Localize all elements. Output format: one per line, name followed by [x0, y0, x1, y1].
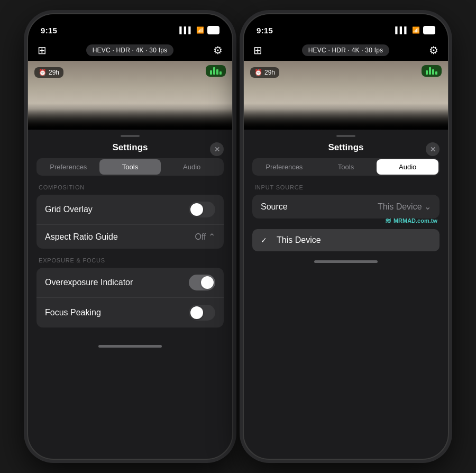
source-dropdown: ✓ This Device — [252, 229, 440, 251]
rec-bars-left — [210, 67, 222, 75]
focus-peaking-knob — [190, 306, 203, 319]
preview-overlay-left — [28, 103, 232, 130]
rec-badge-left — [206, 65, 226, 77]
tab-audio-left[interactable]: Audio — [161, 159, 223, 175]
mrmad-logo: ≋ MRMAD.com.tw — [385, 216, 437, 225]
rec-bar-3-left — [216, 69, 218, 75]
grid-overlay-row: Grid Overlay — [36, 195, 224, 225]
dynamic-island-left — [98, 21, 162, 39]
source-label: Source — [261, 202, 288, 212]
phone-right: 9:15 ▌▌▌ 📶 64 ⊞ HEVC · HDR · 4K · 30 fps… — [243, 13, 449, 460]
focus-peaking-label: Focus Peaking — [45, 308, 101, 317]
clock-icon-left: ⏰ — [39, 69, 47, 76]
rec-bars-right — [426, 67, 437, 75]
rec-bar-2-right — [429, 67, 431, 75]
focus-peaking-toggle[interactable] — [189, 305, 215, 321]
aspect-ratio-label: Aspect Ratio Guide — [45, 232, 118, 242]
sheet-handle-left — [121, 135, 140, 137]
signal-icon-right: ▌▌▌ — [395, 26, 409, 34]
home-indicator-right — [244, 251, 448, 267]
rec-bar-4-right — [435, 71, 437, 75]
format-label-left: HEVC · HDR · 4K · 30 fps — [86, 44, 174, 56]
grid-overlay-knob — [190, 203, 203, 216]
close-button-left[interactable]: ✕ — [210, 142, 224, 156]
tab-tools-right[interactable]: Tools — [315, 159, 377, 175]
camera-grid-icon-left[interactable]: ⊞ — [38, 44, 47, 57]
tab-tools-left[interactable]: Tools — [99, 159, 161, 175]
tab-bar-right: Preferences Tools Audio — [252, 158, 440, 176]
home-bar-right — [314, 260, 378, 263]
settings-sheet-left: Settings ✕ Preferences Tools Audio COMPO… — [28, 130, 232, 352]
settings-title-right: Settings — [328, 142, 363, 153]
section-exposure-label: EXPOSURE & FOCUS — [28, 257, 232, 268]
camera-grid-icon-right[interactable]: ⊞ — [253, 44, 262, 57]
duration-text-left: 29h — [49, 69, 59, 76]
aspect-ratio-value[interactable]: Off ⌃ — [195, 232, 216, 242]
overexposure-row: Overexposure Indicator — [36, 268, 224, 298]
tab-bar-left: Preferences Tools Audio — [36, 158, 224, 176]
home-indicator-left — [28, 336, 232, 352]
preview-overlay-right — [244, 103, 448, 130]
grid-overlay-label: Grid Overlay — [45, 205, 93, 214]
home-bar-left — [98, 345, 162, 348]
mrmad-icon: ≋ — [385, 216, 391, 225]
focus-peaking-row: Focus Peaking — [36, 298, 224, 328]
rec-bar-2-left — [213, 67, 215, 75]
toolbar-left: ⊞ HEVC · HDR · 4K · 30 fps ⚙ — [28, 41, 232, 61]
phones-container: 9:15 ▌▌▌ 📶 64 ⊞ HEVC · HDR · 4K · 30 fps… — [27, 13, 449, 460]
rec-bar-1-right — [426, 70, 428, 75]
overexposure-toggle[interactable] — [189, 275, 215, 290]
wifi-icon-left: 📶 — [196, 26, 204, 34]
check-icon: ✓ — [261, 236, 271, 244]
status-icons-left: ▌▌▌ 📶 64 — [179, 26, 219, 34]
duration-text-right: 29h — [264, 69, 275, 76]
format-label-right: HEVC · HDR · 4K · 30 fps — [302, 44, 390, 56]
overexposure-knob — [201, 276, 214, 289]
rec-bar-4-left — [219, 71, 222, 75]
battery-right: 64 — [423, 26, 435, 34]
section-composition-label: COMPOSITION — [28, 184, 232, 195]
clock-icon-right: ⏰ — [254, 69, 262, 76]
settings-gear-icon-right[interactable]: ⚙ — [429, 44, 438, 57]
duration-badge-right: ⏰ 29h — [250, 67, 279, 78]
dynamic-island-right — [314, 21, 378, 39]
composition-group: Grid Overlay Aspect Ratio Guide Off ⌃ — [36, 195, 224, 249]
phone-left: 9:15 ▌▌▌ 📶 64 ⊞ HEVC · HDR · 4K · 30 fps… — [27, 13, 233, 460]
camera-preview-right: ⏰ 29h — [244, 61, 448, 130]
dropdown-item-this-device[interactable]: ✓ This Device — [252, 229, 440, 251]
settings-gear-icon-left[interactable]: ⚙ — [213, 44, 223, 57]
settings-sheet-right: Settings ✕ Preferences Tools Audio INPUT… — [244, 130, 448, 267]
overexposure-label: Overexposure Indicator — [45, 278, 133, 287]
rec-badge-right — [422, 65, 442, 77]
settings-title-left: Settings — [112, 142, 148, 153]
battery-left: 64 — [207, 26, 219, 34]
dropdown-item-label: This Device — [277, 235, 321, 245]
status-icons-right: ▌▌▌ 📶 64 — [395, 26, 435, 34]
camera-preview-left: ⏰ 29h — [28, 61, 232, 130]
sheet-handle-right — [336, 135, 355, 137]
close-button-right[interactable]: ✕ — [426, 142, 440, 156]
status-time-right: 9:15 — [257, 26, 273, 35]
status-time-left: 9:15 — [41, 26, 57, 35]
source-row: Source This Device ⌄ — [252, 195, 440, 219]
exposure-group: Overexposure Indicator Focus Peaking — [36, 268, 224, 328]
tab-preferences-right[interactable]: Preferences — [253, 159, 315, 175]
rec-bar-3-right — [432, 69, 434, 75]
tab-audio-right[interactable]: Audio — [377, 159, 438, 175]
sheet-header-right: Settings ✕ — [244, 140, 448, 158]
tab-preferences-left[interactable]: Preferences — [38, 159, 99, 175]
toolbar-right: ⊞ HEVC · HDR · 4K · 30 fps ⚙ — [244, 41, 448, 61]
input-source-group: Source This Device ⌄ — [252, 195, 440, 219]
signal-icon-left: ▌▌▌ — [179, 26, 193, 34]
section-input-label: INPUT SOURCE — [244, 184, 448, 195]
source-value[interactable]: This Device ⌄ — [378, 202, 431, 212]
mrmad-text: MRMAD.com.tw — [393, 217, 437, 224]
duration-badge-left: ⏰ 29h — [34, 67, 63, 78]
aspect-ratio-row: Aspect Ratio Guide Off ⌃ — [36, 225, 224, 249]
sheet-header-left: Settings ✕ — [28, 140, 232, 158]
wifi-icon-right: 📶 — [412, 26, 420, 34]
grid-overlay-toggle[interactable] — [189, 202, 215, 217]
rec-bar-1-left — [210, 70, 212, 75]
